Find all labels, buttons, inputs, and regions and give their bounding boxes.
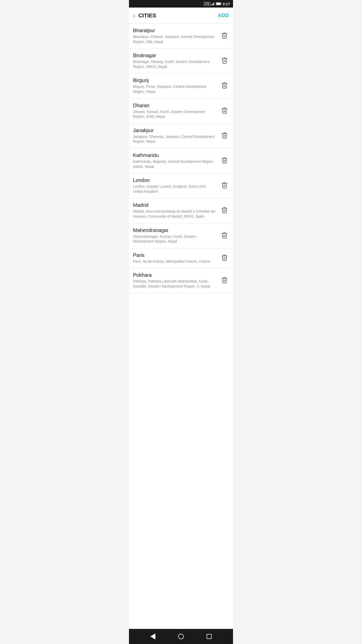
list-item: Kathmandu Kathmandu, Bagmati, Central De…	[129, 148, 233, 173]
trash-icon	[221, 182, 228, 189]
city-name: Biratnagar	[133, 53, 217, 58]
city-info: Bharatpur Bharatpur, Chitwan, Narayani, …	[133, 28, 217, 44]
svg-rect-1	[212, 4, 213, 5]
city-info: Madrid Madrid, Área metropolitana de Mad…	[133, 202, 217, 219]
add-button[interactable]: ADD	[218, 13, 229, 18]
city-info: Janakpur Janakpur, Dhanusa, Janakpur, Ce…	[133, 128, 217, 144]
city-address: Bharatpur, Chitwan, Narayani, Central De…	[133, 34, 217, 44]
status-bar: LTE ⚡ 3:17	[129, 0, 233, 8]
trash-icon	[221, 32, 228, 39]
delete-button[interactable]	[220, 81, 229, 91]
city-info: London London, Greater London, England, …	[133, 177, 217, 194]
trash-icon	[221, 254, 228, 261]
battery-icon: ⚡	[216, 2, 221, 5]
city-name: Paris	[133, 252, 217, 258]
trash-icon	[221, 207, 228, 214]
delete-button[interactable]	[220, 106, 229, 116]
city-name: Janakpur	[133, 128, 217, 133]
signal-icon	[211, 2, 215, 5]
trash-icon	[221, 232, 228, 239]
city-info: Pokhara Pokhara, Pokhara Lekhnath Metrop…	[133, 272, 217, 289]
nav-recents-button[interactable]	[207, 634, 212, 639]
city-info: Paris Paris, Ile-de-France, Metropolitan…	[133, 252, 217, 264]
city-info: Mahendranagar Mahendranagar, Sunsari, Ko…	[133, 227, 217, 244]
city-name: Bharatpur	[133, 28, 217, 33]
list-item: Pokhara Pokhara, Pokhara Lekhnath Metrop…	[129, 268, 233, 293]
recents-nav-icon	[207, 634, 212, 639]
svg-rect-5	[221, 3, 221, 4]
navigation-bar	[129, 629, 233, 644]
city-name: London	[133, 177, 217, 183]
city-info: Kathmandu Kathmandu, Bagmati, Central De…	[133, 152, 217, 169]
svg-rect-3	[214, 2, 215, 5]
trash-icon	[221, 82, 228, 89]
list-item: Paris Paris, Ile-de-France, Metropolitan…	[129, 248, 233, 268]
nav-home-button[interactable]	[178, 634, 184, 639]
city-address: Madrid, Área metropolitana de Madrid y C…	[133, 209, 217, 219]
trash-icon	[221, 107, 228, 114]
list-item: Mahendranagar Mahendranagar, Sunsari, Ko…	[129, 223, 233, 248]
list-item: Dharan Dharan, Sunsari, Koshi, Eastern D…	[129, 99, 233, 124]
list-item: Madrid Madrid, Área metropolitana de Mad…	[129, 198, 233, 223]
city-name: Birgunj	[133, 77, 217, 83]
trash-icon	[221, 132, 228, 139]
city-address: London, Greater London, England, SW1A 2D…	[133, 184, 217, 194]
city-info: Birgunj Birgunj, Parsa, Narayani, Centra…	[133, 77, 217, 94]
city-name: Madrid	[133, 202, 217, 208]
page-title: CITIES	[138, 12, 218, 19]
city-name: Mahendranagar	[133, 227, 217, 233]
city-address: Biratnagar, Morang, Koshi, Eastern Devel…	[133, 59, 217, 69]
delete-button[interactable]	[220, 181, 229, 191]
city-address: Kathmandu, Bagmati, Central Development …	[133, 159, 217, 169]
delete-button[interactable]	[220, 206, 229, 216]
city-address: Pokhara, Pokhara Lekhnath Metropolitan, …	[133, 279, 217, 289]
list-item: Janakpur Janakpur, Dhanusa, Janakpur, Ce…	[129, 124, 233, 148]
city-name: Kathmandu	[133, 152, 217, 158]
list-item: London London, Greater London, England, …	[129, 173, 233, 198]
status-icons: LTE ⚡ 3:17	[204, 2, 230, 6]
delete-button[interactable]	[220, 231, 229, 241]
city-name: Dharan	[133, 103, 217, 108]
trash-icon	[221, 57, 228, 64]
back-button[interactable]: ‹	[133, 11, 137, 20]
city-list: Bharatpur Bharatpur, Chitwan, Narayani, …	[129, 24, 233, 629]
app-header: ‹ CITIES ADD	[129, 8, 233, 24]
city-address: Mahendranagar, Sunsari, Koshi, Eastern D…	[133, 234, 217, 244]
city-address: Birgunj, Parsa, Narayani, Central Develo…	[133, 84, 217, 94]
svg-rect-7	[216, 3, 220, 5]
delete-button[interactable]	[220, 56, 229, 66]
trash-icon	[221, 276, 228, 284]
city-address: Dharan, Sunsari, Koshi, Eastern Developm…	[133, 109, 217, 119]
lte-icon: LTE	[204, 2, 210, 6]
svg-rect-0	[211, 4, 212, 5]
back-nav-icon	[150, 633, 155, 639]
delete-button[interactable]	[220, 275, 229, 286]
time-display: 3:17	[222, 2, 230, 6]
city-address: Janakpur, Dhanusa, Janakpur, Central Dev…	[133, 134, 217, 144]
city-name: Pokhara	[133, 272, 217, 278]
delete-button[interactable]	[220, 131, 229, 141]
delete-button[interactable]	[220, 31, 229, 41]
city-address: Paris, Ile-de-France, Metropolitan Franc…	[133, 259, 217, 264]
delete-button[interactable]	[220, 253, 229, 263]
list-item: Birgunj Birgunj, Parsa, Narayani, Centra…	[129, 73, 233, 98]
nav-back-button[interactable]	[150, 633, 155, 639]
home-nav-icon	[178, 634, 184, 639]
svg-rect-2	[213, 3, 214, 5]
city-info: Biratnagar Biratnagar, Morang, Koshi, Ea…	[133, 53, 217, 69]
list-item: Biratnagar Biratnagar, Morang, Koshi, Ea…	[129, 49, 233, 73]
delete-button[interactable]	[220, 156, 229, 166]
city-info: Dharan Dharan, Sunsari, Koshi, Eastern D…	[133, 103, 217, 119]
trash-icon	[221, 157, 228, 164]
list-item: Bharatpur Bharatpur, Chitwan, Narayani, …	[129, 24, 233, 49]
